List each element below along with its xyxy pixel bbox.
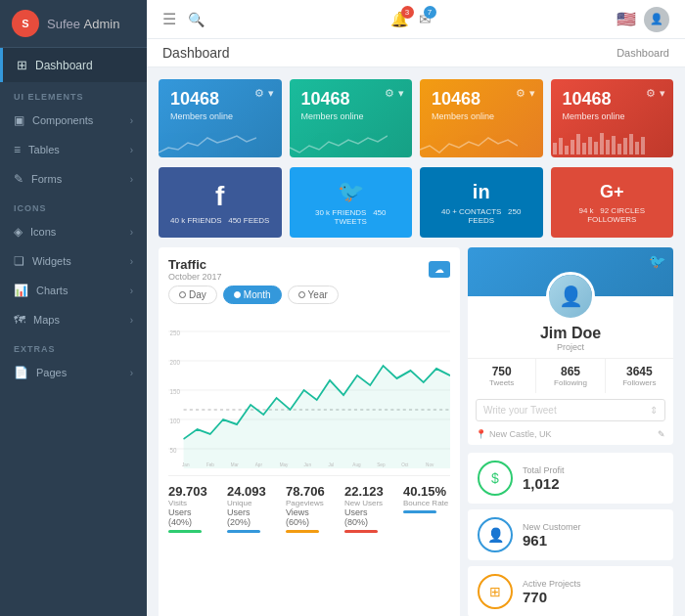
svg-text:May: May [280, 461, 289, 467]
location-text: New Castle, UK [489, 429, 552, 439]
gear-icon[interactable]: ⚙ [254, 87, 264, 100]
svg-rect-1 [559, 138, 563, 154]
arrow-icon: › [130, 286, 133, 296]
gear-icon[interactable]: ⚙ [385, 87, 394, 100]
sidebar-item-pages[interactable]: 📄Pages › [0, 358, 147, 387]
tab-month[interactable]: Month [223, 286, 282, 304]
sidebar-item-widgets[interactable]: ❏Widgets › [0, 246, 147, 276]
sidebar-item-tables[interactable]: ≡Tables › [0, 135, 147, 164]
sidebar-item-forms[interactable]: ✎Forms › [0, 164, 147, 194]
profile-name: Jim Doe [468, 325, 673, 342]
tweets-stat: 750 Tweets [468, 359, 536, 393]
social-cards-row: f 40 k FRIENDS 450 FEEDS 🐦 30 k FRIENDS … [159, 167, 673, 238]
svg-rect-9 [606, 140, 610, 154]
tables-label: Tables [28, 144, 60, 155]
svg-rect-0 [553, 143, 557, 154]
unique-label: Unique [227, 499, 274, 507]
pageviews-sub-label: Views [286, 507, 309, 517]
day-label: Day [189, 289, 206, 300]
visits-num: 29.703 [168, 484, 215, 499]
svg-rect-12 [623, 138, 627, 154]
topbar-icons: 🔔 3 ✉ 7 [390, 11, 432, 28]
month-label: Month [244, 289, 271, 300]
gear-icon[interactable]: ⚙ [646, 87, 656, 100]
svg-text:Aug: Aug [352, 461, 360, 467]
bouncerate-label: Bounce Rate [403, 499, 450, 507]
unique-sub-val: (20%) [227, 517, 251, 527]
projects-icon: ⊞ [478, 574, 513, 609]
traffic-stats: 29.703 Visits Users (40%) 24.093 Unique … [168, 475, 450, 533]
customer-num: 961 [523, 532, 663, 549]
stat-label-1: Members online [170, 111, 270, 121]
visits-stat: 29.703 Visits Users (40%) [168, 484, 215, 533]
following-stat: 865 Following [536, 359, 605, 393]
svg-text:200: 200 [170, 358, 180, 367]
dropdown-icon[interactable]: ▾ [529, 87, 535, 100]
linkedin-stats: 40 + CONTACTS 250 FEEDS [432, 207, 531, 225]
tweet-input-area[interactable]: Write your Tweet ⇕ [476, 399, 665, 421]
sidebar-logo: S [12, 10, 39, 37]
svg-text:Nov: Nov [426, 461, 434, 467]
metric-card-customer: 👤 New Customer 961 [468, 509, 673, 560]
facebook-stats: 40 k FRIENDS 450 FEEDS [170, 216, 269, 225]
stat-card-blue: 10468 Members online ⚙ ▾ [159, 79, 282, 157]
dropdown-icon[interactable]: ▾ [660, 87, 665, 100]
pageviews-stat: 78.706 Pageviews Views (60%) [286, 484, 333, 533]
message-badge: 7 [424, 6, 436, 19]
unique-num: 24.093 [227, 484, 274, 499]
page-title: Dashboard [162, 45, 230, 61]
tab-day[interactable]: Day [168, 286, 217, 304]
cloud-button[interactable]: ☁ [429, 261, 450, 278]
tweet-scroll-icon: ⇕ [650, 405, 658, 416]
gear-icon[interactable]: ⚙ [516, 87, 525, 100]
svg-marker-27 [184, 366, 450, 468]
tweets-num: 750 [472, 365, 531, 378]
svg-rect-13 [629, 134, 633, 154]
traffic-header: Traffic October 2017 ☁ [168, 257, 450, 282]
social-card-twitter: 🐦 30 k FRIENDS 450 TWEETS [290, 167, 413, 238]
social-card-linkedin: in 40 + CONTACTS 250 FEEDS [420, 167, 543, 238]
tab-year[interactable]: Year [288, 286, 339, 304]
svg-text:Feb: Feb [206, 461, 214, 467]
svg-text:Jul: Jul [328, 461, 334, 467]
projects-title: Active Projects [523, 579, 663, 589]
sidebar-item-components[interactable]: ▣Components › [0, 106, 147, 135]
sidebar-brand: Sufee Admin [47, 17, 119, 31]
messages-button[interactable]: ✉ 7 [419, 11, 432, 28]
stat-card-yellow: 10468 Members online ⚙ ▾ [420, 79, 543, 157]
sidebar-item-maps[interactable]: 🗺Maps › [0, 305, 147, 334]
location-icon: 📍 [476, 429, 486, 439]
user-avatar[interactable]: 👤 [644, 7, 669, 32]
topbar-right: 🇺🇸 👤 [616, 7, 669, 32]
unique-sub: Users (20%) [227, 507, 274, 527]
sidebar-item-icons[interactable]: ◈Icons › [0, 217, 147, 246]
dropdown-icon[interactable]: ▾ [268, 87, 274, 100]
profile-name-text: Jim Doe [540, 325, 601, 341]
right-column: 🐦 👤 Jim Doe Project 750 Tweets [468, 247, 673, 616]
arrow-icon: › [130, 174, 133, 185]
sidebar-item-dashboard[interactable]: ⊞ Dashboard [0, 48, 147, 82]
following-label: Following [540, 378, 600, 387]
pageviews-sub: Views (60%) [286, 507, 333, 527]
followers-stat: 3645 Followers [606, 359, 673, 393]
newusers-stat: 22.123 New Users Users (80%) [344, 484, 391, 533]
social-card-facebook: f 40 k FRIENDS 450 FEEDS [159, 167, 282, 238]
topbar-left: ☰ 🔍 [162, 10, 205, 28]
sidebar-header: S Sufee Admin [0, 0, 147, 48]
menu-icon[interactable]: ☰ [162, 10, 176, 28]
notification-badge: 3 [401, 6, 414, 19]
metric-card-projects: ⊞ Active Projects 770 [468, 566, 673, 616]
svg-text:150: 150 [170, 387, 180, 396]
social-card-googleplus: G+ 94 k 92 CIRCLESFOLLOWERS [551, 167, 674, 238]
arrow-icon: › [130, 256, 133, 267]
notifications-button[interactable]: 🔔 3 [390, 11, 409, 28]
svg-text:Oct: Oct [401, 461, 409, 467]
dropdown-icon[interactable]: ▾ [398, 87, 404, 100]
day-dot [179, 291, 186, 298]
tables-icon: ≡ [14, 143, 21, 156]
stat-card-icons-3: ⚙ ▾ [516, 87, 535, 100]
location-edit-icon: ✎ [658, 429, 665, 439]
arrow-icon: › [130, 315, 133, 326]
profile-role: Project [468, 342, 673, 352]
sidebar-item-charts[interactable]: 📊Charts › [0, 276, 147, 305]
